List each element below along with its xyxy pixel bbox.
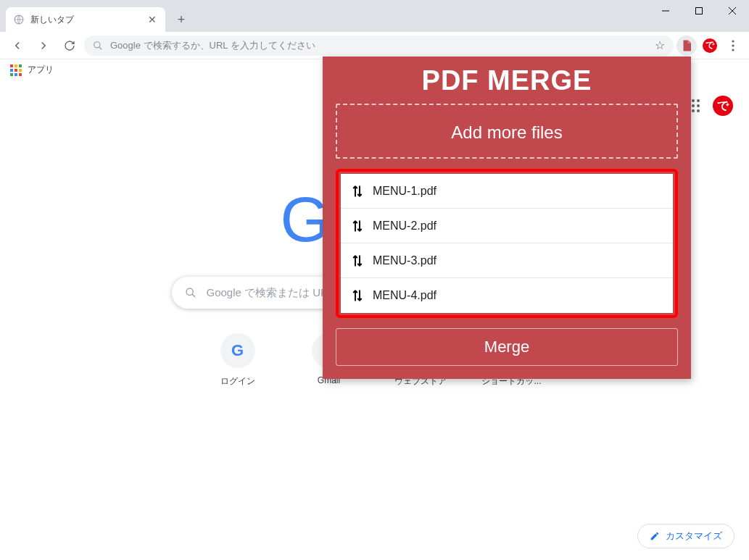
svg-point-10: [186, 288, 193, 295]
file-row[interactable]: MENU-3.pdf: [341, 243, 673, 278]
content-area: で Google Google で検索または URL を入力 G ログイン Gm…: [0, 81, 749, 560]
customize-button[interactable]: カスタマイズ: [637, 524, 734, 548]
window-titlebar: 新しいタブ ✕ +: [0, 0, 749, 32]
tab-close-button[interactable]: ✕: [146, 14, 158, 25]
shortcut-item[interactable]: G ログイン: [206, 333, 270, 388]
reorder-icon[interactable]: [351, 254, 364, 267]
customize-label: カスタマイズ: [666, 530, 722, 543]
window-close-button[interactable]: [716, 0, 749, 22]
file-list: MENU-1.pdf MENU-2.pdf MENU-3.pdf MENU-4.…: [341, 174, 673, 313]
tab-title: 新しいタブ: [30, 14, 146, 26]
pencil-icon: [650, 531, 660, 541]
reload-button[interactable]: [58, 34, 81, 57]
file-name: MENU-2.pdf: [373, 220, 436, 233]
pdf-merge-extension-icon[interactable]: [676, 35, 697, 56]
browser-toolbar: Google で検索するか、URL を入力してください ☆ で: [0, 32, 749, 59]
add-files-dropzone[interactable]: Add more files: [336, 104, 678, 159]
omnibox-placeholder: Google で検索するか、URL を入力してください: [110, 39, 315, 52]
extension-icon[interactable]: で: [700, 35, 720, 56]
shortcut-label: ログイン: [220, 375, 255, 388]
de-logo-icon: で: [703, 38, 717, 53]
shortcut-icon: G: [220, 333, 255, 368]
search-icon: [185, 287, 196, 298]
file-name: MENU-3.pdf: [373, 254, 436, 267]
account-avatar[interactable]: で: [713, 96, 733, 116]
svg-point-9: [732, 49, 734, 51]
address-bar[interactable]: Google で検索するか、URL を入力してください ☆: [84, 35, 674, 56]
apps-bookmark[interactable]: アプリ: [28, 64, 54, 76]
ntp-top-right: で: [687, 96, 733, 116]
bookmark-star-icon[interactable]: ☆: [655, 38, 665, 52]
search-icon: [93, 41, 103, 51]
reorder-icon[interactable]: [351, 289, 364, 302]
file-name: MENU-4.pdf: [373, 289, 436, 302]
reorder-icon[interactable]: [351, 220, 364, 233]
svg-point-7: [732, 40, 734, 42]
forward-button[interactable]: [32, 34, 55, 57]
popup-title: PDF MERGE: [336, 57, 678, 104]
file-row[interactable]: MENU-2.pdf: [341, 209, 673, 243]
browser-menu-button[interactable]: [723, 35, 743, 56]
tab-strip: 新しいタブ ✕ +: [0, 0, 649, 32]
window-minimize-button[interactable]: [649, 0, 682, 22]
add-files-label: Add more files: [451, 122, 562, 142]
merge-label: Merge: [484, 338, 529, 356]
browser-tab[interactable]: 新しいタブ ✕: [6, 7, 165, 32]
file-row[interactable]: MENU-4.pdf: [341, 278, 673, 313]
svg-point-5: [94, 41, 100, 47]
svg-rect-2: [696, 8, 703, 14]
back-button[interactable]: [6, 34, 29, 57]
svg-point-8: [732, 44, 734, 46]
merge-button[interactable]: Merge: [336, 328, 678, 366]
window-maximize-button[interactable]: [682, 0, 716, 22]
file-name: MENU-1.pdf: [373, 185, 436, 198]
new-tab-button[interactable]: +: [171, 9, 191, 30]
apps-icon: [10, 64, 22, 76]
svg-line-6: [99, 46, 102, 49]
pdf-merge-popup: PDF MERGE Add more files MENU-1.pdf MENU…: [323, 57, 691, 379]
file-list-highlight: MENU-1.pdf MENU-2.pdf MENU-3.pdf MENU-4.…: [336, 169, 678, 318]
svg-line-11: [192, 294, 195, 297]
window-controls: [649, 0, 749, 22]
reorder-icon[interactable]: [351, 185, 364, 198]
tab-favicon: [13, 14, 25, 25]
file-row[interactable]: MENU-1.pdf: [341, 174, 673, 209]
